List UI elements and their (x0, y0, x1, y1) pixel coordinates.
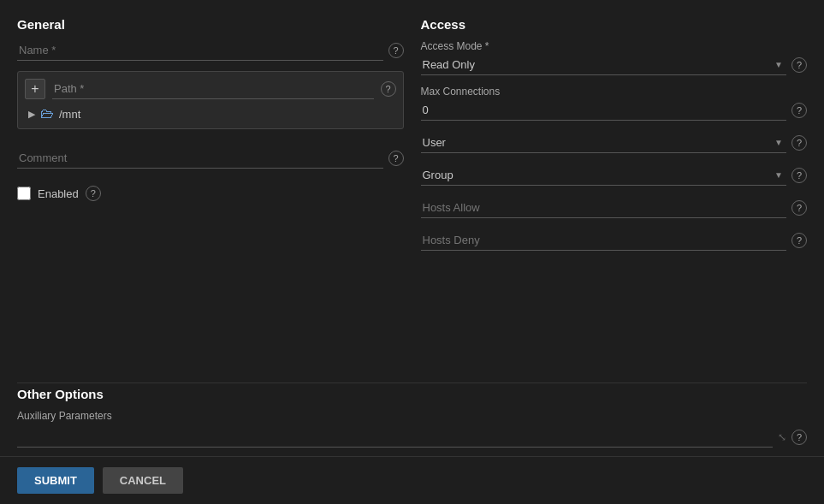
folder-icon: 🗁 (40, 106, 54, 122)
path-add-button[interactable]: + (25, 79, 45, 99)
enabled-label[interactable]: Enabled (38, 187, 79, 200)
hosts-allow-help-icon[interactable]: ? (791, 200, 807, 216)
path-input[interactable] (52, 79, 374, 99)
enabled-help-icon[interactable]: ? (86, 186, 101, 201)
group-select[interactable]: Group ▼ (421, 165, 787, 186)
comment-help-icon[interactable]: ? (388, 151, 404, 166)
access-mode-value: Read Only (421, 55, 772, 74)
max-connections-label: Max Connections (421, 86, 808, 98)
other-options-section: Other Options Auxiliary Parameters ⤡ ? (0, 379, 824, 456)
user-label: User (421, 133, 772, 152)
group-label: Group (421, 165, 772, 185)
max-connections-help-icon[interactable]: ? (791, 103, 807, 118)
hosts-deny-help-icon[interactable]: ? (791, 233, 807, 248)
comment-input[interactable] (17, 148, 383, 169)
path-help-icon[interactable]: ? (381, 81, 396, 97)
access-mode-help-icon[interactable]: ? (791, 57, 807, 73)
group-help-icon[interactable]: ? (791, 168, 807, 183)
aux-params-input[interactable] (17, 427, 773, 448)
group-dropdown-icon: ▼ (771, 170, 786, 180)
access-title: Access (421, 17, 808, 32)
enabled-checkbox[interactable] (17, 187, 31, 200)
enabled-row: Enabled ? (17, 186, 404, 201)
resize-icon: ⤡ (778, 431, 786, 443)
max-connections-input[interactable] (421, 100, 787, 121)
other-options-title: Other Options (17, 387, 807, 401)
user-help-icon[interactable]: ? (791, 135, 807, 151)
tree-arrow-icon: ▶ (28, 109, 35, 120)
user-dropdown-icon: ▼ (771, 138, 786, 147)
access-mode-label: Access Mode * (421, 40, 808, 52)
submit-button[interactable]: SUBMIT (17, 467, 94, 494)
aux-params-label: Auxiliary Parameters (17, 410, 807, 422)
form-footer: SUBMIT CANCEL (0, 456, 824, 504)
path-box: + ? ▶ 🗁 /mnt (17, 71, 404, 129)
user-select[interactable]: User ▼ (421, 133, 787, 153)
cancel-button[interactable]: CANCEL (103, 467, 183, 494)
general-title: General (17, 17, 404, 32)
name-input[interactable] (17, 40, 383, 61)
hosts-deny-input[interactable] (421, 230, 787, 251)
name-help-icon[interactable]: ? (388, 43, 404, 58)
path-tree-row[interactable]: ▶ 🗁 /mnt (25, 106, 396, 122)
access-mode-select[interactable]: Read Only ▼ (421, 55, 787, 75)
aux-params-help-icon[interactable]: ? (791, 430, 807, 445)
access-mode-dropdown-icon: ▼ (771, 60, 786, 69)
mnt-label: /mnt (59, 108, 80, 121)
hosts-allow-input[interactable] (421, 198, 787, 218)
